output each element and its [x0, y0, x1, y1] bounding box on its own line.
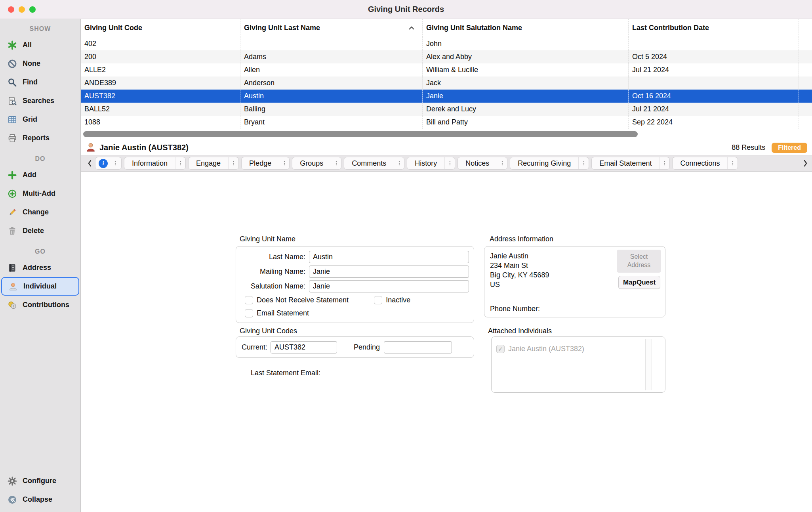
pencil-icon — [7, 207, 18, 218]
cell-salutation: John — [423, 37, 629, 50]
tab-email-statement[interactable]: Email Statement — [591, 157, 670, 170]
sidebar-item-none[interactable]: None — [0, 54, 80, 73]
cell-last-name: Allen — [240, 63, 423, 76]
sidebar-item-delete[interactable]: Delete — [0, 222, 80, 240]
tab-information[interactable]: Information — [124, 157, 186, 170]
horizontal-scrollbar — [81, 129, 812, 140]
coins-icon — [7, 300, 18, 310]
table-row[interactable]: BALL52 Balling Derek and Lucy Jul 21 202… — [81, 103, 812, 116]
sidebar-item-change[interactable]: Change — [0, 203, 80, 222]
kebab-menu-icon[interactable] — [110, 157, 120, 169]
mailing-name-input[interactable] — [309, 266, 469, 278]
sidebar-item-label: Contributions — [23, 301, 69, 309]
close-window-button[interactable] — [8, 6, 14, 13]
attached-individual-checkbox — [496, 345, 505, 353]
kebab-menu-icon[interactable] — [444, 157, 455, 169]
last-name-input[interactable] — [309, 251, 469, 263]
column-header-giving-unit-salutation-name[interactable]: Giving Unit Salutation Name — [423, 19, 629, 37]
sidebar-item-multi-add[interactable]: Multi-Add — [0, 184, 80, 203]
sidebar-item-label: Multi-Add — [23, 189, 55, 198]
cell-code: 1088 — [81, 116, 240, 129]
table-row[interactable]: ANDE389 Anderson Jack — [81, 76, 812, 90]
table-row[interactable]: 200 Adams Alex and Abby Oct 5 2024 — [81, 50, 812, 63]
kebab-menu-icon[interactable] — [659, 157, 669, 169]
table-row[interactable]: 1088 Bryant Bill and Patty Sep 22 2024 — [81, 116, 812, 129]
table-row-selected[interactable]: AUST382 Austin Janie Oct 16 2024 — [81, 90, 812, 103]
current-code-input[interactable] — [271, 341, 337, 353]
email-statement-label: Email Statement — [257, 309, 309, 317]
pending-code-input[interactable] — [384, 341, 452, 353]
record-detail-panel: Giving Unit Name Last Name: Mailing Name… — [81, 172, 812, 512]
tab-history[interactable]: History — [407, 157, 455, 170]
tab-connections[interactable]: Connections — [672, 157, 738, 170]
email-statement-checkbox[interactable] — [245, 309, 253, 317]
tab-comments[interactable]: Comments — [344, 157, 404, 170]
address-information-group: Janie Austin 234 Main St Big City, KY 45… — [484, 246, 665, 317]
does-not-receive-statement-checkbox[interactable] — [245, 296, 253, 304]
sidebar-item-reports[interactable]: Reports — [0, 129, 80, 147]
sidebar-item-collapse[interactable]: Collapse — [0, 490, 80, 509]
traffic-lights — [8, 0, 36, 19]
horizontal-scrollbar-thumb[interactable] — [83, 131, 638, 137]
salutation-name-input[interactable] — [309, 280, 469, 292]
minimize-window-button[interactable] — [19, 6, 25, 13]
kebab-menu-icon[interactable] — [497, 157, 507, 169]
cell-last-contribution: Jul 21 2024 — [629, 103, 799, 116]
kebab-menu-icon[interactable] — [578, 157, 589, 169]
sidebar-item-address[interactable]: Address — [0, 258, 80, 277]
cell-last-name: Bryant — [240, 116, 423, 129]
table-row[interactable]: 402 John — [81, 37, 812, 50]
cell-last-contribution: Oct 16 2024 — [629, 90, 799, 103]
sidebar-item-label: None — [23, 59, 40, 68]
results-count: 88 Results — [732, 143, 765, 152]
cell-salutation: Jack — [423, 76, 629, 90]
kebab-menu-icon[interactable] — [331, 157, 341, 169]
zoom-window-button[interactable] — [29, 6, 36, 13]
tab-recurring-giving[interactable]: Recurring Giving — [510, 157, 589, 170]
sidebar-item-label: Change — [23, 208, 49, 216]
sidebar-item-searches[interactable]: Searches — [0, 92, 80, 110]
filtered-badge[interactable]: Filtered — [772, 143, 807, 153]
sidebar-item-configure[interactable]: Configure — [0, 472, 80, 490]
kebab-menu-icon[interactable] — [279, 157, 289, 169]
sidebar-item-grid[interactable]: Grid — [0, 110, 80, 129]
sidebar: SHOW All None Find — [0, 19, 81, 512]
select-address-button[interactable]: Select Address — [617, 250, 661, 273]
mailing-name-label: Mailing Name: — [241, 267, 309, 276]
sidebar-item-individual[interactable]: Individual — [1, 277, 79, 296]
column-header-giving-unit-code[interactable]: Giving Unit Code — [81, 19, 240, 37]
sidebar-item-label: Reports — [23, 134, 50, 142]
tabs-scroll-right-button[interactable] — [799, 157, 812, 170]
cell-last-name: Adams — [240, 50, 423, 63]
main-area: Giving Unit Code Giving Unit Last Name G… — [81, 19, 812, 512]
attached-list-scrollbar[interactable] — [645, 339, 652, 390]
table-header-row: Giving Unit Code Giving Unit Last Name G… — [81, 19, 812, 37]
column-header-giving-unit-last-name[interactable]: Giving Unit Last Name — [240, 19, 423, 37]
tab-info[interactable]: i — [95, 157, 122, 170]
sidebar-item-find[interactable]: Find — [0, 73, 80, 92]
attached-individual-item[interactable]: Janie Austin (AUST382) — [492, 337, 665, 353]
kebab-menu-icon[interactable] — [727, 157, 738, 169]
mapquest-button[interactable]: MapQuest — [618, 276, 660, 289]
address-book-icon — [7, 263, 18, 273]
sidebar-item-all[interactable]: All — [0, 36, 80, 54]
inactive-checkbox[interactable] — [374, 296, 382, 304]
address-information-title: Address Information — [490, 235, 553, 243]
sidebar-footer: Configure Collapse — [0, 469, 80, 512]
sidebar-item-add[interactable]: Add — [0, 166, 80, 184]
kebab-menu-icon[interactable] — [175, 157, 185, 169]
tab-groups[interactable]: Groups — [292, 157, 341, 170]
tab-pledge[interactable]: Pledge — [241, 157, 290, 170]
kebab-menu-icon[interactable] — [394, 157, 404, 169]
titlebar: Giving Unit Records — [0, 0, 812, 19]
table-row[interactable]: ALLE2 Allen William & Lucille Jul 21 202… — [81, 63, 812, 76]
tab-engage[interactable]: Engage — [188, 157, 239, 170]
tab-notices[interactable]: Notices — [457, 157, 507, 170]
column-header-last-contribution-date[interactable]: Last Contribution Date — [629, 19, 799, 37]
phone-number-label: Phone Number: — [490, 305, 540, 313]
kebab-menu-icon[interactable] — [228, 157, 238, 169]
sidebar-item-contributions[interactable]: Contributions — [0, 296, 80, 314]
tabs-scroll-left-button[interactable] — [84, 157, 95, 170]
salutation-name-label: Salutation Name: — [241, 282, 309, 290]
grid-icon — [7, 115, 18, 125]
